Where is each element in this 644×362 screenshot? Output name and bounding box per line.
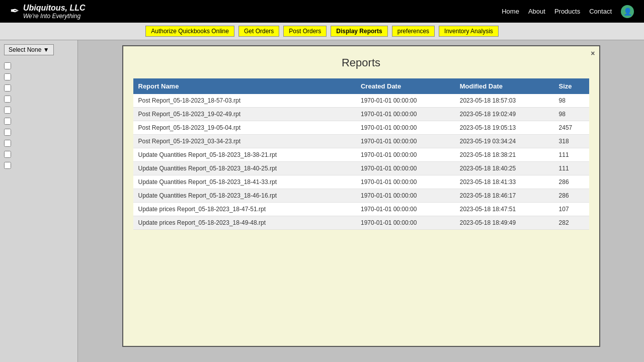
table-row[interactable]: Update prices Report_05-18-2023_18-49-48…: [133, 216, 589, 230]
cell-created-date: 1970-01-01 00:00:00: [356, 203, 455, 216]
cell-created-date: 1970-01-01 00:00:00: [356, 94, 455, 108]
cell-report-name: Update prices Report_05-18-2023_18-49-48…: [133, 216, 356, 230]
main-area: Select None ▼: [0, 40, 644, 362]
cell-size: 98: [554, 94, 589, 108]
logo-text: Ubiquitous, LLC We're Into Everything: [23, 3, 86, 20]
col-header-size: Size: [554, 78, 589, 94]
table-row[interactable]: Post Report_05-18-2023_19-02-49.rpt 1970…: [133, 108, 589, 121]
select-none-button[interactable]: Select None ▼: [4, 44, 54, 55]
checkbox-4[interactable]: [4, 96, 11, 103]
cell-report-name: Update Quantities Report_05-18-2023_18-4…: [133, 189, 356, 203]
checkbox-3[interactable]: [4, 84, 11, 92]
cell-modified-date: 2023-05-18 19:02:49: [455, 108, 554, 121]
cell-size: 286: [554, 175, 589, 189]
nav-links: Home About Products Contact 👤: [502, 5, 634, 18]
logo-icon: ✒: [10, 5, 19, 18]
nav-contact[interactable]: Contact: [589, 8, 612, 15]
table-row[interactable]: Update Quantities Report_05-18-2023_18-4…: [133, 162, 589, 175]
cell-size: 2457: [554, 121, 589, 135]
display-reports-button[interactable]: Display Reports: [331, 26, 387, 37]
get-orders-button[interactable]: Get Orders: [238, 26, 279, 37]
checkbox-item-1: [4, 62, 73, 69]
col-header-modified-date: Modified Date: [455, 78, 554, 94]
checkbox-item-3: [4, 84, 73, 92]
top-navigation: ✒ Ubiquitous, LLC We're Into Everything …: [0, 0, 644, 23]
cell-modified-date: 2023-05-18 18:41:33: [455, 175, 554, 189]
preferences-button[interactable]: preferences: [392, 26, 435, 37]
checkbox-10[interactable]: [4, 162, 11, 169]
table-row[interactable]: Update Quantities Report_05-18-2023_18-3…: [133, 148, 589, 162]
sidebar: Select None ▼: [0, 40, 78, 362]
cell-modified-date: 2023-05-18 18:38:21: [455, 148, 554, 162]
table-row[interactable]: Update prices Report_05-18-2023_18-47-51…: [133, 203, 589, 216]
cell-report-name: Update Quantities Report_05-18-2023_18-4…: [133, 175, 356, 189]
secondary-navigation: Authorize Quickbooks Online Get Orders P…: [0, 23, 644, 40]
cell-created-date: 1970-01-01 00:00:00: [356, 189, 455, 203]
checkbox-list: [4, 62, 73, 169]
cell-created-date: 1970-01-01 00:00:00: [356, 121, 455, 135]
modal-title: Reports: [133, 56, 589, 69]
modal-backdrop: × Reports Report Name Created Date Modif…: [78, 40, 644, 362]
checkbox-9[interactable]: [4, 151, 11, 158]
user-avatar-icon[interactable]: 👤: [621, 5, 634, 18]
checkbox-item-9: [4, 151, 73, 158]
cell-created-date: 1970-01-01 00:00:00: [356, 162, 455, 175]
post-orders-button[interactable]: Post Orders: [283, 26, 327, 37]
cell-modified-date: 2023-05-19 03:34:24: [455, 135, 554, 148]
table-row[interactable]: Update Quantities Report_05-18-2023_18-4…: [133, 189, 589, 203]
checkbox-item-10: [4, 162, 73, 169]
cell-size: 98: [554, 108, 589, 121]
cell-report-name: Post Report_05-18-2023_19-02-49.rpt: [133, 108, 356, 121]
inventory-analysis-button[interactable]: Inventory Analysis: [439, 26, 499, 37]
checkbox-item-7: [4, 129, 73, 136]
cell-modified-date: 2023-05-18 18:57:03: [455, 94, 554, 108]
checkbox-2[interactable]: [4, 73, 11, 80]
checkbox-item-6: [4, 118, 73, 125]
col-header-report-name: Report Name: [133, 78, 356, 94]
table-row[interactable]: Post Report_05-19-2023_03-34-23.rpt 1970…: [133, 135, 589, 148]
cell-created-date: 1970-01-01 00:00:00: [356, 108, 455, 121]
company-name: Ubiquitous, LLC: [23, 3, 86, 13]
reports-table: Report Name Created Date Modified Date S…: [133, 78, 589, 230]
checkbox-item-2: [4, 73, 73, 80]
cell-report-name: Post Report_05-18-2023_19-05-04.rpt: [133, 121, 356, 135]
cell-modified-date: 2023-05-18 18:40:25: [455, 162, 554, 175]
tagline: We're Into Everything: [23, 13, 86, 20]
cell-created-date: 1970-01-01 00:00:00: [356, 135, 455, 148]
cell-size: 111: [554, 148, 589, 162]
checkbox-1[interactable]: [4, 62, 11, 69]
modal-close-button[interactable]: ×: [591, 49, 595, 57]
cell-report-name: Post Report_05-18-2023_18-57-03.rpt: [133, 94, 356, 108]
cell-created-date: 1970-01-01 00:00:00: [356, 216, 455, 230]
logo-area: ✒ Ubiquitous, LLC We're Into Everything: [10, 3, 86, 20]
table-header-row: Report Name Created Date Modified Date S…: [133, 78, 589, 94]
checkbox-6[interactable]: [4, 118, 11, 125]
cell-report-name: Update prices Report_05-18-2023_18-47-51…: [133, 203, 356, 216]
cell-size: 318: [554, 135, 589, 148]
cell-size: 286: [554, 189, 589, 203]
cell-modified-date: 2023-05-18 18:46:17: [455, 189, 554, 203]
cell-modified-date: 2023-05-18 18:47:51: [455, 203, 554, 216]
table-row[interactable]: Post Report_05-18-2023_18-57-03.rpt 1970…: [133, 94, 589, 108]
cell-report-name: Post Report_05-19-2023_03-34-23.rpt: [133, 135, 356, 148]
checkbox-item-5: [4, 107, 73, 114]
nav-products[interactable]: Products: [554, 8, 580, 15]
cell-created-date: 1970-01-01 00:00:00: [356, 148, 455, 162]
nav-about[interactable]: About: [528, 8, 545, 15]
cell-modified-date: 2023-05-18 19:05:13: [455, 121, 554, 135]
checkbox-item-8: [4, 140, 73, 147]
checkbox-item-4: [4, 96, 73, 103]
table-row[interactable]: Update Quantities Report_05-18-2023_18-4…: [133, 175, 589, 189]
checkbox-5[interactable]: [4, 107, 11, 114]
col-header-created-date: Created Date: [356, 78, 455, 94]
cell-created-date: 1970-01-01 00:00:00: [356, 175, 455, 189]
authorize-quickbooks-button[interactable]: Authorize Quickbooks Online: [145, 26, 234, 37]
checkbox-8[interactable]: [4, 140, 11, 147]
table-row[interactable]: Post Report_05-18-2023_19-05-04.rpt 1970…: [133, 121, 589, 135]
cell-report-name: Update Quantities Report_05-18-2023_18-3…: [133, 148, 356, 162]
reports-modal: × Reports Report Name Created Date Modif…: [122, 45, 600, 347]
nav-home[interactable]: Home: [502, 8, 519, 15]
cell-size: 107: [554, 203, 589, 216]
cell-size: 111: [554, 162, 589, 175]
checkbox-7[interactable]: [4, 129, 11, 136]
